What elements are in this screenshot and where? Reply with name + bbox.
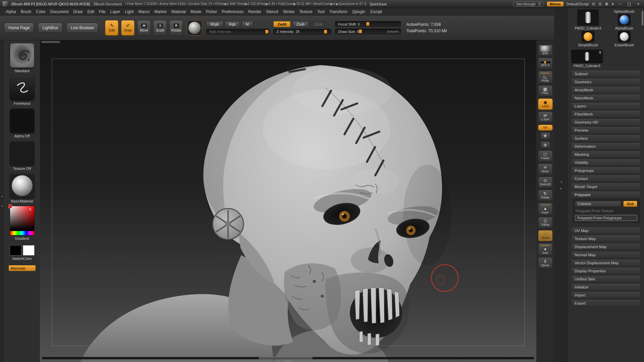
left-divider[interactable]: ◂ ◂ — [0, 40, 4, 362]
bpr-button[interactable]: BPR — [538, 45, 553, 56]
menu-item[interactable]: Preferences — [219, 9, 246, 14]
tool-panel-scrollbar[interactable] — [642, 11, 643, 26]
rotate-button[interactable]: R Rotate — [169, 20, 183, 36]
current-tool[interactable]: 9 PM3D_Cylinder3 — [570, 50, 642, 69]
dock-right-icon[interactable]: ▥ — [598, 2, 602, 6]
scrollbar-handle[interactable] — [259, 357, 313, 359]
frame-button[interactable]: ◻ Frame — [538, 150, 553, 162]
tool-thumb-cylinder[interactable] — [577, 9, 599, 26]
tool-thumb-eraserbrush[interactable] — [618, 31, 631, 42]
current-color-swatch[interactable] — [8, 205, 12, 208]
sculpt-viewport[interactable]: ▲ ▼ — [40, 40, 536, 362]
slider-handle[interactable] — [265, 30, 268, 34]
grd-button[interactable]: Grd — [623, 201, 637, 207]
solo-button[interactable]: Dynamic ● Solo — [538, 243, 553, 256]
basic-material-thumb[interactable] — [10, 173, 35, 198]
canvas-horizontal-scrollbar[interactable] — [42, 357, 534, 359]
lightbox-button[interactable]: LightBox — [38, 23, 62, 33]
menu-item[interactable]: Light — [123, 9, 136, 14]
zadd-button[interactable]: Zadd — [273, 21, 290, 27]
rotate-3d-button[interactable]: ↻ Rotate — [538, 190, 553, 201]
menu-item[interactable]: Render — [246, 9, 264, 14]
tool-section-header[interactable]: Visibility — [571, 159, 641, 166]
draw-button[interactable]: ✐ Draw — [121, 20, 135, 36]
tool-section-header[interactable]: Geometry — [571, 78, 641, 85]
polypaint-from-texture-button[interactable]: Polypaint From Texture — [575, 209, 637, 213]
mrgb-button[interactable]: Mrgb — [206, 21, 223, 27]
tool-section-header[interactable]: Subtool — [571, 70, 641, 77]
see-through-control[interactable]: See-through 0 — [513, 1, 544, 7]
xyz-button[interactable]: xyz — [538, 125, 553, 131]
scroll-arrows[interactable]: ▲ ▼ — [285, 359, 291, 362]
scroll-up-icon[interactable]: ▲ — [285, 359, 287, 362]
tool-section-header[interactable]: NanoMesh — [571, 94, 641, 101]
texture-off-thumb[interactable] — [10, 141, 35, 166]
tool-section-header[interactable]: ArrayMesh — [571, 86, 641, 93]
tool-section-header[interactable]: Deformation — [571, 143, 641, 150]
tool-section-header[interactable]: Masking — [571, 151, 641, 158]
rgb-intensity-slider[interactable]: Rgb Intensity — [206, 29, 269, 35]
menu-item[interactable]: Zplugin — [350, 9, 368, 14]
collapse-left-icon[interactable]: ◂ — [1, 205, 3, 208]
maximize-button[interactable]: ▢ — [626, 2, 632, 6]
m-button[interactable]: M — [242, 21, 253, 27]
menu-item[interactable]: Picker — [204, 9, 219, 14]
rgb-button[interactable]: Rgb — [225, 21, 240, 27]
tool-section-header[interactable]: Morph Target — [571, 183, 641, 190]
slider-handle[interactable] — [324, 30, 327, 34]
collapse-left-icon[interactable]: ◂ — [560, 180, 562, 183]
scroll-canvas-button[interactable]: ✥ — [540, 132, 550, 140]
ghost-button[interactable]: ◌ Ghost — [538, 230, 553, 241]
collapse-right-icon[interactable]: ▸ — [560, 187, 562, 190]
move-button[interactable]: M Move — [137, 20, 151, 36]
alert-icon[interactable]: ◈ — [611, 2, 614, 6]
menu-item[interactable]: Material — [169, 9, 188, 14]
zoom-canvas-button[interactable]: ⊕ — [540, 141, 550, 149]
spix-slider[interactable]: SPix 3 — [538, 58, 553, 69]
menu-item[interactable]: Draw — [71, 9, 85, 14]
tool-thumb-alphabrush[interactable] — [618, 14, 631, 26]
scroll-down-icon[interactable]: ▼ — [288, 359, 291, 362]
lsym-button[interactable]: ⇄ L.Sym — [538, 111, 553, 123]
draw-size-slider[interactable]: Draw Size 64 Dynamic — [335, 29, 401, 34]
tool-section-header[interactable]: Preview — [571, 127, 641, 134]
tool-thumb-simplebrush[interactable] — [582, 31, 594, 42]
tool-section-header[interactable]: Texture Map — [571, 235, 641, 242]
menu-item[interactable]: Transform — [327, 9, 350, 14]
polypaint-from-polygroups-button[interactable]: Polypaint From Polygroups — [575, 215, 637, 221]
scale-button[interactable]: S Scale — [153, 20, 167, 36]
secondary-color-swatch[interactable] — [23, 245, 35, 256]
main-color-swatch[interactable] — [10, 245, 21, 256]
menu-item[interactable]: Brush — [18, 9, 34, 14]
focal-shift-slider[interactable]: Focal Shift 0 — [335, 21, 401, 27]
close-button[interactable]: × — [635, 2, 641, 6]
perspective-button[interactable]: Dynamic ◺ Persp — [538, 71, 553, 83]
menu-item[interactable]: Stroke — [280, 9, 297, 14]
polyframe-button[interactable]: Line Fill ▲ PolyF — [538, 203, 553, 215]
menu-item[interactable]: Alpha — [3, 9, 18, 14]
slider-handle[interactable] — [359, 30, 362, 33]
quicksave-button[interactable]: QuickSave — [370, 2, 387, 6]
menu-item[interactable]: Texture — [297, 9, 315, 14]
local-button[interactable]: ◉ Local — [538, 98, 553, 110]
tool-section-header[interactable]: Polygroups — [571, 167, 641, 174]
collapse-left-icon[interactable]: ◂ — [1, 195, 3, 198]
menu-item[interactable]: Movie — [188, 9, 204, 14]
zoom3d-button[interactable]: ⊙ Zoom3D — [538, 177, 553, 188]
colorize-button[interactable]: Colorize — [575, 201, 621, 207]
hue-strip[interactable] — [10, 231, 34, 235]
polypaint-section-header[interactable]: Polypaint — [571, 191, 641, 198]
menu-item[interactable]: Macro — [136, 9, 152, 14]
tool-section-header[interactable]: Vector Displacement Map — [571, 259, 641, 266]
current-material-slot[interactable] — [187, 20, 202, 36]
tool-section-header[interactable]: Export — [571, 300, 641, 307]
tool-section-header[interactable]: Layers — [571, 102, 641, 109]
tool-section-header[interactable]: Displacement Map — [571, 243, 641, 250]
menu-item[interactable]: Zscript — [368, 9, 384, 14]
alternate-button[interactable]: Alternate — [9, 265, 36, 271]
menu-item[interactable]: Layer — [108, 9, 123, 14]
brush-standard-thumb[interactable] — [10, 43, 35, 68]
canvas-top-scrollbar[interactable] — [41, 41, 60, 43]
home-page-button[interactable]: Home Page — [4, 23, 34, 33]
tool-section-header[interactable]: Initialize — [571, 283, 641, 290]
